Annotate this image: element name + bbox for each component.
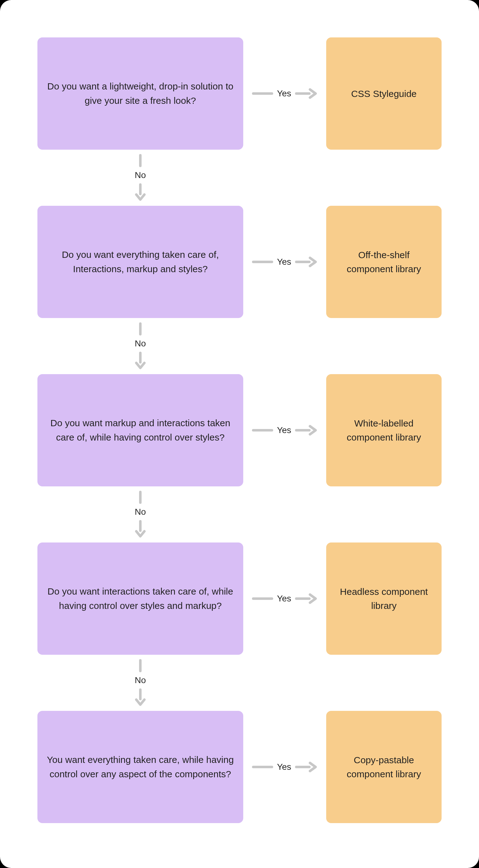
no-label: No (135, 675, 146, 685)
yes-edge: Yes (243, 711, 326, 823)
flow-row: You want everything taken care, while ha… (37, 711, 442, 823)
yes-label: Yes (277, 257, 291, 267)
question-node: Do you want everything taken care of, In… (37, 206, 243, 318)
result-node: White-labelled component library (326, 374, 442, 486)
arrow-down-icon (135, 520, 146, 538)
yes-edge: Yes (243, 206, 326, 318)
result-node: CSS Styleguide (326, 37, 442, 150)
yes-edge: Yes (243, 542, 326, 655)
result-node: Copy-pastable component library (326, 711, 442, 823)
arrow-right-icon (295, 425, 318, 436)
arrow-right-icon (295, 88, 318, 99)
arrow-right-icon (295, 593, 318, 604)
no-edge: No (37, 150, 243, 206)
result-node: Headless component library (326, 542, 442, 655)
flow-row: Do you want a lightweight, drop-in solut… (37, 37, 442, 150)
yes-edge: Yes (243, 374, 326, 486)
arrow-line-icon (139, 659, 142, 672)
arrow-line-icon (252, 92, 273, 95)
yes-label: Yes (277, 89, 291, 98)
question-node: Do you want interactions taken care of, … (37, 542, 243, 655)
yes-edge: Yes (243, 37, 326, 150)
arrow-down-icon (135, 183, 146, 202)
question-node: Do you want markup and interactions take… (37, 374, 243, 486)
question-node: Do you want a lightweight, drop-in solut… (37, 37, 243, 150)
yes-label: Yes (277, 762, 291, 772)
no-label: No (135, 339, 146, 348)
no-label: No (135, 507, 146, 517)
flow-row: Do you want markup and interactions take… (37, 374, 442, 486)
no-edge: No (37, 655, 243, 711)
decision-flowchart: Do you want a lightweight, drop-in solut… (37, 37, 442, 831)
arrow-down-icon (135, 352, 146, 370)
arrow-line-icon (252, 429, 273, 432)
flow-row: Do you want interactions taken care of, … (37, 542, 442, 655)
question-node: You want everything taken care, while ha… (37, 711, 243, 823)
no-label: No (135, 170, 146, 180)
arrow-line-icon (139, 491, 142, 504)
arrow-line-icon (252, 597, 273, 600)
arrow-down-icon (135, 688, 146, 707)
page: Do you want a lightweight, drop-in solut… (0, 0, 479, 868)
result-node: Off-the-shelf component library (326, 206, 442, 318)
yes-label: Yes (277, 594, 291, 603)
arrow-right-icon (295, 257, 318, 267)
arrow-right-icon (295, 762, 318, 772)
yes-label: Yes (277, 425, 291, 435)
arrow-line-icon (139, 154, 142, 167)
arrow-line-icon (139, 322, 142, 336)
no-edge: No (37, 486, 243, 542)
arrow-line-icon (252, 766, 273, 768)
arrow-line-icon (252, 261, 273, 263)
no-edge: No (37, 318, 243, 374)
flow-row: Do you want everything taken care of, In… (37, 206, 442, 318)
